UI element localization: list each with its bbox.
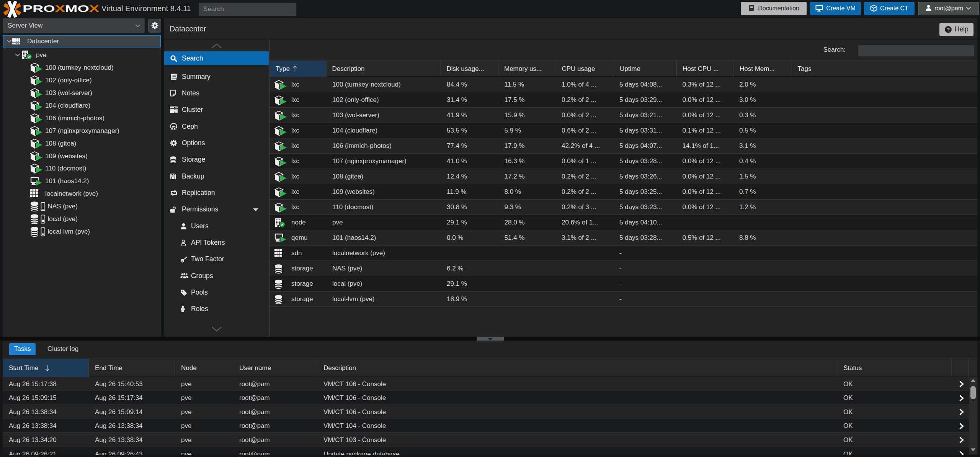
svg-text:?: ? xyxy=(947,26,950,32)
